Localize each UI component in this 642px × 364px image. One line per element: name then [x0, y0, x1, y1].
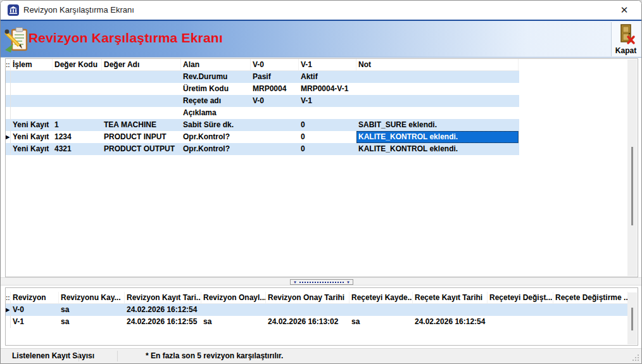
grid-grip: ::: [6, 292, 11, 303]
door-exit-icon: [616, 23, 636, 45]
table-row-current[interactable]: ▶ Yeni Kayıt 1234 PRODUCT INPUT Opr.Kont…: [6, 131, 519, 143]
table-row[interactable]: Rev.Durumu Pasif Aktif: [6, 71, 519, 83]
column-header-deger-kodu[interactable]: Değer Kodu: [53, 59, 102, 70]
scrollbar-track[interactable]: [627, 292, 637, 344]
title-bar: Revizyon Karşılaştırma Ekranı ✕: [1, 1, 641, 20]
table-row[interactable]: Yeni Kayıt 4321 PRODUCT OUTPUT Opr.Kontr…: [6, 143, 519, 155]
column-header-islem[interactable]: İşlem: [11, 59, 53, 70]
table-row[interactable]: V-1 sa 24.02.2026 16:12:55 sa 24.02.2026…: [6, 316, 628, 328]
scrollbar-thumb[interactable]: [631, 308, 633, 330]
collapse-down-icon: ▼: [293, 280, 297, 284]
scrollbar-track[interactable]: [627, 60, 637, 276]
table-row-current[interactable]: ▶ V-0 sa 24.02.2026 16:12:54: [6, 304, 628, 316]
splitter-dots: [299, 282, 344, 283]
column-header-revizyon-onay-tarihi[interactable]: Revizyon Onay Tarihi: [266, 292, 349, 303]
comparison-grid: :: İşlem Değer Kodu Değer Adı Alan V-0 V…: [5, 58, 638, 277]
column-header-recete-kayit-tarihi[interactable]: Reçete Kayıt Tarihi: [413, 292, 488, 303]
revision-compare-window: Revizyon Karşılaştırma Ekranı ✕ Revizyon…: [0, 0, 642, 364]
window-title: Revizyon Karşılaştırma Ekranı: [23, 5, 134, 15]
column-header-revizyonu-kaydeden[interactable]: Revizyonu Kay...: [59, 292, 125, 303]
kapat-button-label: Kapat: [612, 46, 640, 55]
column-header-revizyon-onaylayan[interactable]: Revizyon Onayl...: [201, 292, 266, 303]
column-header-alan[interactable]: Alan: [181, 59, 251, 70]
app-icon: [8, 4, 19, 16]
clipboard-pencil-icon: [4, 26, 30, 54]
comparison-grid-header: :: İşlem Değer Kodu Değer Adı Alan V-0 V…: [6, 59, 519, 71]
table-row[interactable]: Yeni Kayıt 1 TEA MACHINE Sabit Süre dk. …: [6, 119, 519, 131]
column-header-v1[interactable]: V-1: [299, 59, 356, 70]
revision-list-grid: :: Revizyon Revizyonu Kay... Revizyon Ka…: [5, 287, 638, 346]
horizontal-splitter[interactable]: ▼ ▼: [1, 277, 641, 286]
status-bar: Listelenen Kayıt Sayısı * En fazla son 5…: [1, 348, 641, 363]
table-row[interactable]: Reçete adı V-0 V-1: [6, 95, 519, 107]
selected-cell[interactable]: KALITE_KONTROL eklendi.: [356, 131, 519, 143]
comparison-note: * En fazla son 5 revizyon karşılaştırılı…: [146, 351, 283, 360]
header-band: Revizyon Karşılaştırma Ekranı Kapat: [1, 20, 641, 58]
table-row[interactable]: Açıklama: [6, 107, 519, 119]
revision-grid-header: :: Revizyon Revizyonu Kay... Revizyon Ka…: [6, 292, 628, 304]
resize-grip-icon[interactable]: [632, 354, 639, 361]
column-header-revizyon[interactable]: Revizyon: [11, 292, 59, 303]
column-header-receteyi-kaydeden[interactable]: Reçeteyi Kayde...: [349, 292, 413, 303]
scrollbar-thumb[interactable]: [631, 147, 633, 225]
column-header-v0[interactable]: V-0: [251, 59, 299, 70]
splitter-collapse-handle[interactable]: ▼ ▼: [290, 279, 353, 285]
page-title: Revizyon Karşılaştırma Ekranı: [28, 30, 223, 46]
table-row[interactable]: Üretim Kodu MRP0004 MRP0004-V-1: [6, 83, 519, 95]
record-count-label: Listelenen Kayıt Sayısı: [12, 351, 94, 360]
column-header-recete-degistirme[interactable]: Reçete Değiştirme ...: [553, 292, 628, 303]
current-row-arrow: ▶: [6, 131, 11, 143]
grid-grip: ::: [6, 59, 11, 70]
column-header-receteyi-degistiren[interactable]: Reçeteyi Değişt...: [488, 292, 553, 303]
statusbar-divider: [79, 351, 79, 361]
kapat-button[interactable]: Kapat: [611, 22, 640, 56]
column-header-deger-adi[interactable]: Değer Adı: [102, 59, 181, 70]
current-row-arrow: ▶: [6, 304, 11, 316]
collapse-down-icon: ▼: [346, 280, 350, 284]
column-header-revizyon-kayit-tarihi[interactable]: Revizyon Kayıt Tari...: [125, 292, 201, 303]
column-header-not[interactable]: Not: [356, 59, 519, 70]
close-icon[interactable]: ✕: [614, 3, 635, 18]
statusbar-divider: [117, 351, 118, 361]
